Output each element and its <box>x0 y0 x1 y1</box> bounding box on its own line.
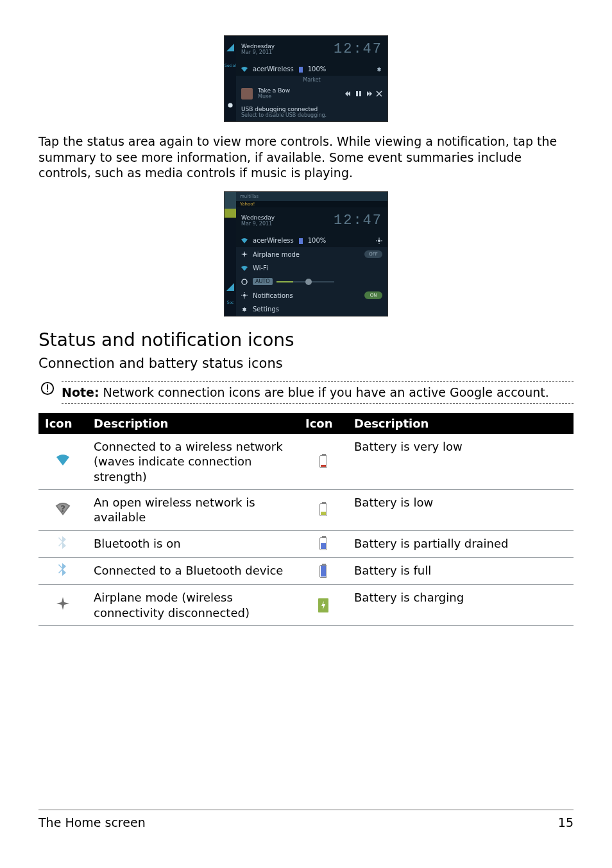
market-tab-label: Market <box>241 77 382 83</box>
wifi-icon <box>241 238 248 244</box>
svg-rect-18 <box>47 391 48 392</box>
bluetooth-connected-icon <box>55 562 71 577</box>
battery-low-icon <box>319 503 327 516</box>
battery-very-low-icon <box>319 455 327 468</box>
now-playing-artist: Muse <box>258 94 340 100</box>
album-art <box>241 88 253 100</box>
table-cell: Battery is low <box>348 489 574 530</box>
notifications-setting-label: Notifications <box>253 292 359 299</box>
auto-brightness-badge: AUTO <box>253 278 273 285</box>
footer-title: The Home screen <box>38 815 146 829</box>
clock-date: Mar 9, 2011 <box>241 49 275 55</box>
usb-icon <box>225 94 236 117</box>
table-cell: Connected to a wireless network (waves i… <box>87 434 299 490</box>
table-cell: Connected to a Bluetooth device <box>87 558 299 585</box>
svg-point-11 <box>243 294 246 297</box>
svg-point-5 <box>378 239 380 242</box>
wifi-icon <box>241 66 248 73</box>
clock-day: Wednesday <box>241 43 275 49</box>
social-tab-label: Social <box>225 59 236 71</box>
settings-quick-label: Settings <box>253 306 382 313</box>
brightness-slider[interactable] <box>276 281 334 282</box>
notifications-setting-icon <box>241 292 248 299</box>
table-cell: Battery is full <box>348 558 574 585</box>
airplane-icon <box>241 251 248 257</box>
media-next-icon[interactable] <box>366 91 372 97</box>
media-close-icon[interactable] <box>376 91 382 97</box>
svg-text:?: ? <box>60 503 65 514</box>
section-subheading: Connection and battery status icons <box>38 356 574 371</box>
wifi-setting-icon <box>241 265 248 272</box>
brightness-icon <box>376 238 382 244</box>
svg-rect-1 <box>299 67 303 73</box>
table-cell: Bluetooth is on <box>87 530 299 557</box>
table-header-icon: Icon <box>299 413 348 434</box>
table-header-description: Description <box>87 413 299 434</box>
airplane-mode-icon <box>55 596 71 611</box>
battery-full-icon <box>319 565 327 578</box>
note-block: Note: Network connection icons are blue … <box>38 381 574 404</box>
android-quicksettings-screenshot: Soc multiTas Yahoo! Wednesday Mar 9, 201… <box>224 191 388 317</box>
table-cell: Battery is partially drained <box>348 530 574 557</box>
svg-rect-17 <box>47 385 48 390</box>
svg-rect-3 <box>359 91 361 96</box>
notification-subtitle: Select to disable USB debugging. <box>241 112 382 118</box>
note-text: Network connection icons are blue if you… <box>99 385 549 399</box>
now-playing-title: Take a Bow <box>258 87 340 94</box>
battery-partial-icon <box>319 537 327 550</box>
android-notification-screenshot: Social Wednesday Mar 9, 2011 12:47 acerW… <box>224 35 388 122</box>
svg-rect-4 <box>299 238 303 244</box>
notifications-toggle[interactable]: ON <box>364 291 382 299</box>
wifi-setting-label: Wi-Fi <box>253 265 382 272</box>
battery-icon <box>299 66 303 73</box>
wifi-ssid-label: acerWireless <box>253 65 294 73</box>
table-cell: Battery is very low <box>348 434 574 490</box>
signal-icon <box>225 275 236 299</box>
body-paragraph: Tap the status area again to view more c… <box>38 134 574 181</box>
table-header-icon: Icon <box>38 413 87 434</box>
table-cell: Airplane mode (wireless connectivity dis… <box>87 585 299 626</box>
table-header-description: Description <box>348 413 574 434</box>
footer-page-number: 15 <box>558 815 574 829</box>
note-label: Note: <box>62 385 99 399</box>
table-cell: Battery is charging <box>348 585 574 626</box>
clock-date: Mar 9, 2011 <box>241 221 275 227</box>
wifi-open-icon: ? <box>55 501 71 516</box>
signal-icon <box>225 36 236 59</box>
battery-percent-label: 100% <box>308 237 327 244</box>
wifi-ssid-label: acerWireless <box>253 237 294 244</box>
svg-point-10 <box>242 279 247 284</box>
clock-day: Wednesday <box>241 214 275 221</box>
settings-quick-icon <box>241 306 248 313</box>
table-cell: An open wireless network is available <box>87 489 299 530</box>
clock-time: 12:47 <box>334 213 382 229</box>
airplane-toggle[interactable]: OFF <box>364 250 382 258</box>
rotation-icon <box>241 279 248 285</box>
svg-rect-2 <box>356 91 358 96</box>
settings-icon <box>376 66 382 73</box>
status-icons-table: Icon Description Icon Description Connec… <box>38 413 574 627</box>
notification-title: USB debugging connected <box>241 106 382 112</box>
battery-percent-label: 100% <box>308 65 327 73</box>
clock-time: 12:47 <box>334 41 382 57</box>
battery-icon <box>299 238 303 244</box>
media-pause-icon[interactable] <box>355 91 362 97</box>
battery-charging-icon <box>318 598 328 612</box>
media-prev-icon[interactable] <box>345 91 352 97</box>
note-icon <box>38 381 56 404</box>
wifi-connected-icon <box>55 452 71 467</box>
bluetooth-on-icon <box>55 535 71 550</box>
svg-point-0 <box>228 103 232 107</box>
airplane-mode-label: Airplane mode <box>253 251 359 258</box>
section-heading: Status and notification icons <box>38 329 574 351</box>
